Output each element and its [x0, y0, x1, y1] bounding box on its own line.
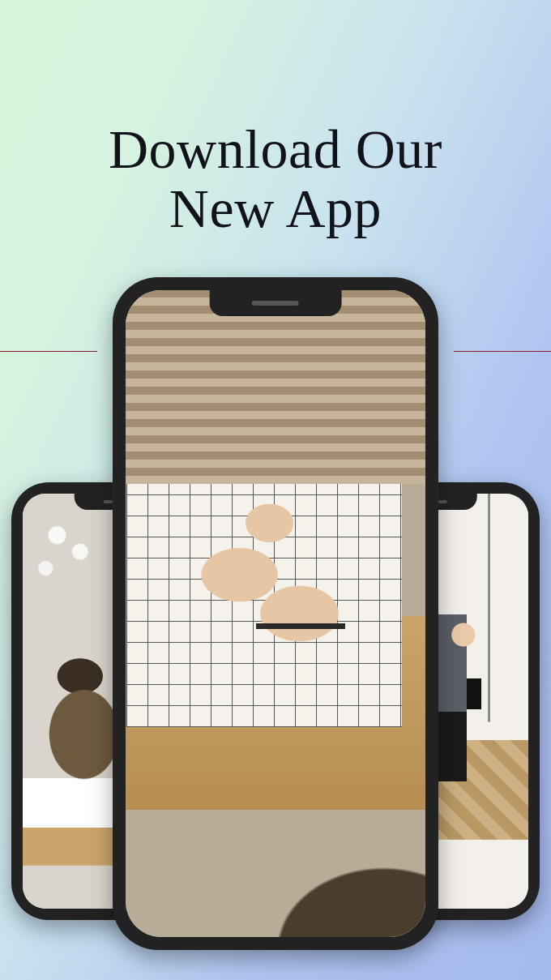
screenshot-image-front — [126, 290, 425, 937]
divider-right — [454, 351, 551, 352]
headline-line-1: Download Our — [109, 118, 442, 180]
phone-notch-icon — [210, 290, 342, 316]
phone-mockup-front — [113, 277, 438, 950]
phone-screen-front — [126, 290, 425, 937]
headline-line-2: New App — [169, 178, 382, 239]
divider-left — [0, 351, 97, 352]
page-headline: Download Our New App — [0, 120, 551, 239]
